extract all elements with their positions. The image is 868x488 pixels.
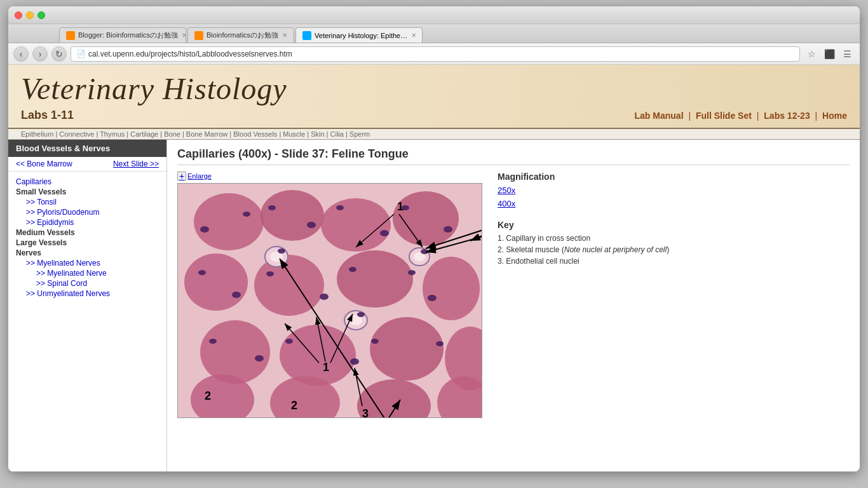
svg-text:1: 1 xyxy=(397,200,403,213)
refresh-button[interactable]: ↻ xyxy=(51,46,67,62)
site-title: Veterinary Histology xyxy=(21,71,847,106)
enlarge-link[interactable]: + Enlarge xyxy=(177,172,482,180)
sidebar-item-unmyelinated-nerves[interactable]: >> Unmyelinated Nerves xyxy=(16,288,159,299)
plus-icon: + xyxy=(177,172,186,180)
tab-1[interactable]: Blogger: Bioinformaticsのお勉強 ✕ xyxy=(59,27,186,43)
close-button[interactable] xyxy=(15,11,22,19)
back-button[interactable]: ‹ xyxy=(13,46,29,62)
site-nav: Labs 1-11 Lab Manual | Full Slide Set | … xyxy=(21,106,847,125)
sidebar-item-epididymis[interactable]: >> Epididymis xyxy=(16,217,159,227)
sidebar-item-pyloris[interactable]: >> Pyloris/Duodenum xyxy=(16,207,159,217)
sidebar-item-spinal-cord[interactable]: >> Spinal Cord xyxy=(16,278,159,288)
arrow-overlay: 1 1 2 2 xyxy=(178,184,482,418)
top-nav-tabs: Epithelium | Connective | Thymus | Carti… xyxy=(8,129,860,140)
address-bar[interactable]: 📄 cal.vet.upenn.edu/projects/histo/Labbl… xyxy=(71,46,800,62)
svg-line-68 xyxy=(316,317,325,362)
tab-1-close[interactable]: ✕ xyxy=(182,32,186,39)
menu-icon[interactable]: ☰ xyxy=(839,46,855,62)
nav-icons: ☆ ⬛ ☰ xyxy=(804,46,855,62)
main-layout: Blood Vessels & Nerves << Bone Marrow Ne… xyxy=(8,140,860,471)
labs-12-23-link[interactable]: Labs 12-23 xyxy=(764,111,810,121)
lab-manual-link[interactable]: Lab Manual xyxy=(635,111,684,121)
svg-line-65 xyxy=(399,214,423,247)
key-heading: Key xyxy=(498,220,847,230)
separator-2: | xyxy=(757,111,762,121)
key-item-1: 1. Capillary in cross section xyxy=(498,233,847,244)
magnification-250x[interactable]: 250x xyxy=(498,184,847,198)
top-nav-text: Epithelium | Connective | Thymus | Carti… xyxy=(21,130,370,138)
tabs-bar: Blogger: Bioinformaticsのお勉強 ✕ Bioinforma… xyxy=(8,24,860,43)
site-nav-right: Lab Manual | Full Slide Set | Labs 12-23… xyxy=(635,111,847,121)
tab-2-favicon xyxy=(194,31,203,40)
key-item-2: 2. Skeletal muscle (Note nuclei at perip… xyxy=(498,244,847,255)
url-text: cal.vet.upenn.edu/projects/histo/Labbloo… xyxy=(88,50,292,58)
svg-line-73 xyxy=(355,368,362,406)
sidebar: Blood Vessels & Nerves << Bone Marrow Ne… xyxy=(8,140,167,471)
magnification-400x[interactable]: 400x xyxy=(498,198,847,211)
nav-bar: ‹ › ↻ 📄 cal.vet.upenn.edu/projects/histo… xyxy=(8,43,860,65)
traffic-lights xyxy=(15,11,45,19)
prev-slide-link[interactable]: << Bone Marrow xyxy=(16,159,72,168)
tab-1-label: Blogger: Bioinformaticsのお勉強 xyxy=(78,30,178,40)
browser-window: Blogger: Bioinformaticsのお勉強 ✕ Bioinforma… xyxy=(8,6,860,471)
sidebar-nav-top: << Bone Marrow Next Slide >> xyxy=(8,157,166,172)
content-row: + Enlarge xyxy=(177,172,850,418)
tab-3-close[interactable]: ✕ xyxy=(411,32,416,39)
title-bar xyxy=(8,6,860,24)
full-slide-set-link[interactable]: Full Slide Set xyxy=(696,111,752,121)
image-container: + Enlarge xyxy=(177,172,482,418)
svg-line-69 xyxy=(330,314,353,363)
sidebar-header-label: Blood Vessels & Nerves xyxy=(16,144,110,153)
svg-text:2: 2 xyxy=(291,399,297,412)
svg-line-64 xyxy=(356,214,394,247)
info-panel: Magnification 250x 400x Key 1. Capillary… xyxy=(495,172,850,418)
svg-text:1: 1 xyxy=(323,361,329,374)
svg-text:2: 2 xyxy=(205,390,211,402)
sidebar-nav-items: Capillaries Small Vessels >> Tonsil >> P… xyxy=(8,172,166,304)
separator-1: | xyxy=(688,111,693,121)
bookmark-icon[interactable]: ☆ xyxy=(804,46,819,62)
maximize-button[interactable] xyxy=(37,11,45,19)
tab-2-close[interactable]: ✕ xyxy=(282,32,287,39)
forward-button[interactable]: › xyxy=(32,46,48,62)
separator-3: | xyxy=(815,111,820,121)
tab-1-favicon xyxy=(66,31,75,40)
sidebar-item-medium-vessels: Medium Vessels xyxy=(16,227,159,238)
home-link[interactable]: Home xyxy=(822,111,847,121)
labs-label: Labs 1-11 xyxy=(21,109,74,122)
svg-line-67 xyxy=(285,323,319,363)
page-content: Veterinary Histology Labs 1-11 Lab Manua… xyxy=(8,65,860,471)
key-section: Key 1. Capillary in cross section 2. Ske… xyxy=(498,220,847,267)
tab-3-favicon xyxy=(302,31,311,40)
key-item-3: 3. Endothelial cell nuclei xyxy=(498,255,847,267)
svg-text:3: 3 xyxy=(362,407,369,418)
magnification-section: Magnification 250x 400x xyxy=(498,172,847,211)
next-slide-link[interactable]: Next Slide >> xyxy=(113,159,159,168)
sidebar-item-large-vessels: Large Vessels xyxy=(16,238,159,248)
sidebar-item-tonsil[interactable]: >> Tonsil xyxy=(16,197,159,207)
sidebar-item-capillaries[interactable]: Capillaries xyxy=(16,177,159,187)
content-area: Capillaries (400x) - Slide 37: Feline To… xyxy=(167,140,860,471)
slide-title: Capillaries (400x) - Slide 37: Feline To… xyxy=(177,147,850,165)
histology-image: 1 1 2 2 xyxy=(177,183,482,418)
extensions-icon[interactable]: ⬛ xyxy=(822,46,837,62)
sidebar-item-small-vessels: Small Vessels xyxy=(16,187,159,197)
magnification-heading: Magnification xyxy=(498,172,847,182)
tab-2[interactable]: Bioinformaticsのお勉強 ✕ xyxy=(187,27,294,43)
enlarge-label: Enlarge xyxy=(187,172,212,180)
tab-2-label: Bioinformaticsのお勉強 xyxy=(207,30,278,40)
sidebar-item-myelinated-nerves[interactable]: >> Myelinated Nerves xyxy=(16,258,159,268)
sidebar-item-nerves: Nerves xyxy=(16,248,159,258)
tab-3[interactable]: Veterinary Histology: Epithe… ✕ xyxy=(295,27,423,43)
sidebar-item-myelinated-nerve[interactable]: >> Myelinated Nerve xyxy=(16,268,159,278)
sidebar-header: Blood Vessels & Nerves xyxy=(8,140,166,157)
site-header: Veterinary Histology Labs 1-11 Lab Manua… xyxy=(8,65,860,129)
minimize-button[interactable] xyxy=(26,11,34,19)
tab-3-label: Veterinary Histology: Epithe… xyxy=(315,32,407,39)
